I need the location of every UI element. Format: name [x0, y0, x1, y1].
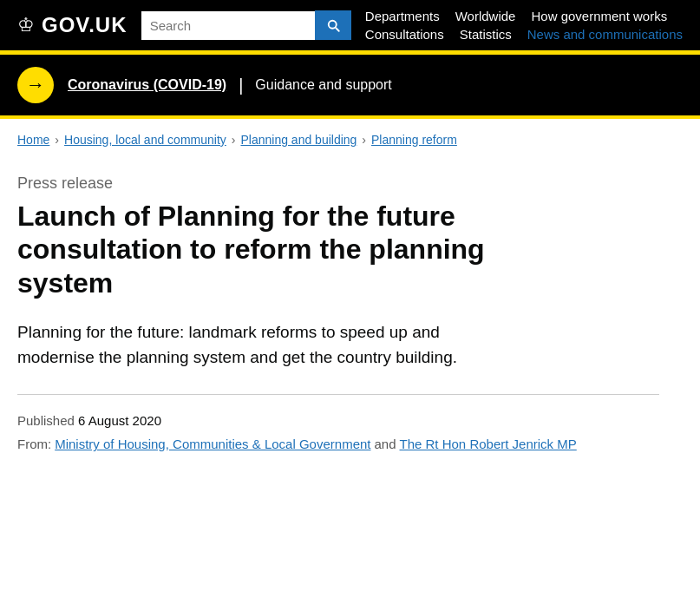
nav-statistics[interactable]: Statistics: [460, 27, 512, 42]
search-input[interactable]: [141, 11, 315, 40]
logo-area: ♔ GOV.UK: [17, 13, 127, 37]
breadcrumb: Home › Housing, local and community › Pl…: [0, 119, 700, 154]
covid-separator: |: [239, 76, 243, 95]
from-org-link[interactable]: Ministry of Housing, Communities & Local…: [55, 432, 370, 456]
nav-departments[interactable]: Departments: [365, 9, 440, 23]
search-area: [141, 10, 351, 40]
nav-how-government-works[interactable]: How government works: [531, 9, 667, 23]
article-category: Press release: [17, 174, 659, 193]
covid-circle-icon: →: [17, 67, 54, 103]
site-logo: GOV.UK: [42, 13, 127, 37]
nav-worldwide[interactable]: Worldwide: [455, 9, 516, 23]
breadcrumb-home[interactable]: Home: [17, 133, 49, 147]
breadcrumb-sep-2: ›: [232, 133, 236, 147]
from-row: From: Ministry of Housing, Communities &…: [17, 432, 659, 456]
article-metadata: Published 6 August 2020 From: Ministry o…: [17, 409, 659, 456]
search-icon: [325, 17, 341, 33]
article-summary: Planning for the future: landmark reform…: [17, 320, 520, 370]
covid-link[interactable]: Coronavirus (COVID-19): [68, 77, 226, 93]
breadcrumb-sep-1: ›: [55, 133, 59, 147]
breadcrumb-sep-3: ›: [362, 133, 366, 147]
from-label: From:: [17, 432, 51, 456]
search-button[interactable]: [315, 10, 351, 40]
breadcrumb-housing[interactable]: Housing, local and community: [64, 133, 226, 147]
metadata-divider: [17, 394, 659, 395]
from-person-link[interactable]: The Rt Hon Robert Jenrick MP: [400, 432, 577, 456]
covid-text-area: Coronavirus (COVID-19) | Guidance and su…: [68, 76, 392, 95]
nav-row-2: Consultations Statistics News and commun…: [365, 27, 683, 42]
from-and: and: [374, 432, 396, 456]
published-label: Published: [17, 413, 75, 428]
article-title: Launch of Planning for the future consul…: [17, 200, 538, 299]
crown-icon: ♔: [17, 14, 35, 36]
covid-banner: → Coronavirus (COVID-19) | Guidance and …: [0, 55, 700, 115]
site-header: ♔ GOV.UK Departments Worldwide How gover…: [0, 0, 700, 50]
main-nav: Departments Worldwide How government wor…: [365, 9, 683, 42]
breadcrumb-planning-building[interactable]: Planning and building: [240, 133, 357, 147]
published-date-value: 6 August 2020: [78, 413, 161, 428]
nav-consultations[interactable]: Consultations: [365, 27, 444, 42]
covid-arrow-icon: →: [26, 74, 45, 96]
covid-guidance-text: Guidance and support: [255, 77, 391, 93]
breadcrumb-planning-reform[interactable]: Planning reform: [371, 133, 457, 147]
nav-news-communications[interactable]: News and communications: [527, 27, 683, 42]
nav-row-1: Departments Worldwide How government wor…: [365, 9, 667, 23]
main-content: Press release Launch of Planning for the…: [0, 154, 677, 490]
published-row: Published 6 August 2020: [17, 409, 659, 432]
